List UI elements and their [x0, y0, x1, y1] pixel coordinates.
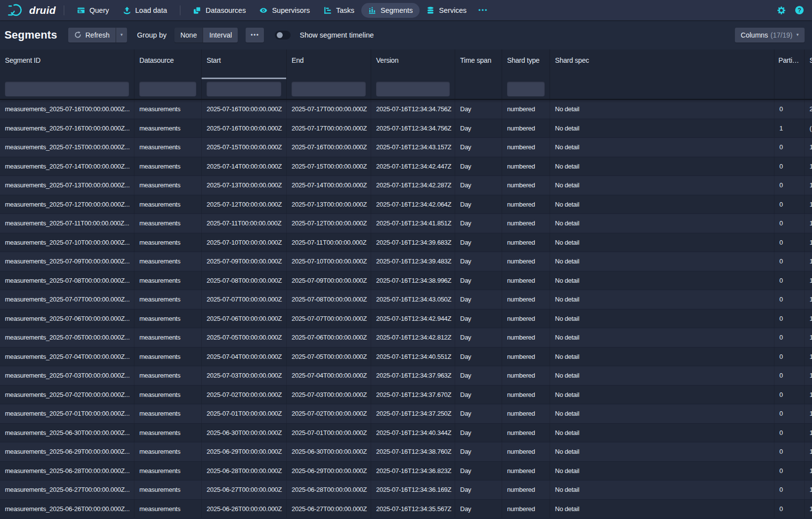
- cell-start[interactable]: 2025-07-01T00:00:00.000Z: [202, 404, 287, 423]
- nav-item-datasources[interactable]: Datasources: [186, 3, 253, 18]
- column-header-segment-id[interactable]: Segment ID: [0, 49, 134, 79]
- cell-version[interactable]: 2025-07-16T12:34:43.157Z: [371, 138, 455, 157]
- cell-shard-type[interactable]: numbered: [502, 366, 550, 385]
- cell-version[interactable]: 2025-07-16T12:34:40.344Z: [371, 424, 455, 442]
- cell-datasource[interactable]: measurements: [134, 119, 202, 138]
- cell-segment-id[interactable]: measurements_2025-07-10T00:00:00.000Z...: [0, 233, 134, 252]
- cell-end[interactable]: 2025-07-15T00:00:00.000Z: [287, 157, 371, 176]
- cell-time-span[interactable]: Day: [455, 500, 502, 519]
- cell-shard-type[interactable]: numbered: [502, 386, 550, 404]
- cell-end[interactable]: 2025-07-09T00:00:00.000Z: [287, 271, 371, 290]
- cell-time-span[interactable]: Day: [455, 386, 502, 404]
- cell-end[interactable]: 2025-07-12T00:00:00.000Z: [287, 214, 371, 233]
- column-header-partition[interactable]: Partition: [774, 49, 805, 79]
- settings-gear-icon[interactable]: [777, 6, 786, 15]
- cell-start[interactable]: 2025-07-04T00:00:00.000Z: [202, 347, 287, 366]
- cell-segment-id[interactable]: measurements_2025-07-09T00:00:00.000Z...: [0, 252, 134, 271]
- cell-version[interactable]: 2025-07-16T12:34:38.996Z: [371, 271, 455, 290]
- cell-datasource[interactable]: measurements: [134, 233, 202, 252]
- cell-time-span[interactable]: Day: [455, 176, 502, 195]
- cell-version[interactable]: 2025-07-16T12:34:42.064Z: [371, 195, 455, 214]
- column-header-end[interactable]: End: [287, 49, 371, 79]
- nav-item-query[interactable]: Query: [70, 3, 116, 18]
- cell-segment-id[interactable]: measurements_2025-07-12T00:00:00.000Z...: [0, 195, 134, 214]
- refresh-dropdown-button[interactable]: ▾: [116, 28, 128, 43]
- cell-end[interactable]: 2025-07-08T00:00:00.000Z: [287, 290, 371, 309]
- cell-time-span[interactable]: Day: [455, 157, 502, 176]
- cell-end[interactable]: 2025-07-11T00:00:00.000Z: [287, 233, 371, 252]
- help-icon[interactable]: ?: [795, 5, 804, 15]
- columns-button[interactable]: Columns (17/19) ▾: [735, 28, 805, 43]
- cell-time-span[interactable]: Day: [455, 404, 502, 423]
- cell-start[interactable]: 2025-06-27T00:00:00.000Z: [202, 480, 287, 499]
- cell-shard-type[interactable]: numbered: [502, 214, 550, 233]
- group-by-interval-button[interactable]: Interval: [203, 28, 238, 43]
- cell-version[interactable]: 2025-07-16T12:34:42.944Z: [371, 309, 455, 328]
- cell-segment-id[interactable]: measurements_2025-07-14T00:00:00.000Z...: [0, 157, 134, 176]
- cell-start[interactable]: 2025-07-16T00:00:00.000Z: [202, 100, 287, 119]
- cell-datasource[interactable]: measurements: [134, 500, 202, 519]
- cell-datasource[interactable]: measurements: [134, 271, 202, 290]
- version-filter-input[interactable]: [376, 82, 450, 96]
- cell-end[interactable]: 2025-07-07T00:00:00.000Z: [287, 309, 371, 328]
- cell-time-span[interactable]: Day: [455, 271, 502, 290]
- cell-segment-id[interactable]: measurements_2025-07-11T00:00:00.000Z...: [0, 214, 134, 233]
- cell-end[interactable]: 2025-07-10T00:00:00.000Z: [287, 252, 371, 271]
- nav-item-services[interactable]: Services: [420, 3, 473, 18]
- cell-datasource[interactable]: measurements: [134, 252, 202, 271]
- cell-start[interactable]: 2025-07-13T00:00:00.000Z: [202, 176, 287, 195]
- cell-start[interactable]: 2025-07-10T00:00:00.000Z: [202, 233, 287, 252]
- cell-time-span[interactable]: Day: [455, 442, 502, 461]
- cell-shard-type[interactable]: numbered: [502, 328, 550, 347]
- cell-end[interactable]: 2025-07-01T00:00:00.000Z: [287, 424, 371, 442]
- cell-shard-type[interactable]: numbered: [502, 347, 550, 366]
- cell-start[interactable]: 2025-06-30T00:00:00.000Z: [202, 424, 287, 442]
- cell-start[interactable]: 2025-06-28T00:00:00.000Z: [202, 462, 287, 480]
- cell-end[interactable]: 2025-07-04T00:00:00.000Z: [287, 366, 371, 385]
- cell-datasource[interactable]: measurements: [134, 176, 202, 195]
- cell-time-span[interactable]: Day: [455, 138, 502, 157]
- cell-datasource[interactable]: measurements: [134, 480, 202, 499]
- cell-datasource[interactable]: measurements: [134, 386, 202, 404]
- cell-start[interactable]: 2025-07-08T00:00:00.000Z: [202, 271, 287, 290]
- datasource-filter-input[interactable]: [139, 82, 196, 96]
- column-header-shard-type[interactable]: Shard type: [502, 49, 550, 79]
- cell-datasource[interactable]: measurements: [134, 462, 202, 480]
- cell-start[interactable]: 2025-07-06T00:00:00.000Z: [202, 309, 287, 328]
- cell-datasource[interactable]: measurements: [134, 290, 202, 309]
- cell-time-span[interactable]: Day: [455, 309, 502, 328]
- cell-start[interactable]: 2025-07-03T00:00:00.000Z: [202, 366, 287, 385]
- cell-segment-id[interactable]: measurements_2025-06-28T00:00:00.000Z...: [0, 462, 134, 480]
- cell-segment-id[interactable]: measurements_2025-06-26T00:00:00.000Z...: [0, 500, 134, 519]
- cell-start[interactable]: 2025-07-12T00:00:00.000Z: [202, 195, 287, 214]
- cell-time-span[interactable]: Day: [455, 290, 502, 309]
- cell-version[interactable]: 2025-07-16T12:34:36.823Z: [371, 462, 455, 480]
- cell-start[interactable]: 2025-06-26T00:00:00.000Z: [202, 500, 287, 519]
- cell-version[interactable]: 2025-07-16T12:34:35.567Z: [371, 500, 455, 519]
- cell-version[interactable]: 2025-07-16T12:34:38.760Z: [371, 442, 455, 461]
- nav-item-tasks[interactable]: Tasks: [317, 3, 361, 18]
- cell-end[interactable]: 2025-07-03T00:00:00.000Z: [287, 386, 371, 404]
- cell-datasource[interactable]: measurements: [134, 309, 202, 328]
- segment-id-filter-input[interactable]: [5, 82, 129, 96]
- segment-timeline-toggle[interactable]: [275, 31, 291, 40]
- cell-end[interactable]: 2025-07-17T00:00:00.000Z: [287, 119, 371, 138]
- refresh-button[interactable]: Refresh: [68, 28, 116, 43]
- cell-shard-type[interactable]: numbered: [502, 500, 550, 519]
- cell-end[interactable]: 2025-07-13T00:00:00.000Z: [287, 195, 371, 214]
- cell-end[interactable]: 2025-07-16T00:00:00.000Z: [287, 138, 371, 157]
- cell-time-span[interactable]: Day: [455, 252, 502, 271]
- cell-version[interactable]: 2025-07-16T12:34:40.551Z: [371, 347, 455, 366]
- cell-shard-type[interactable]: numbered: [502, 462, 550, 480]
- cell-end[interactable]: 2025-07-17T00:00:00.000Z: [287, 100, 371, 119]
- column-header-start[interactable]: Start: [202, 49, 287, 79]
- group-by-none-button[interactable]: None: [174, 28, 203, 43]
- column-header-datasource[interactable]: Datasource: [134, 49, 202, 79]
- cell-time-span[interactable]: Day: [455, 366, 502, 385]
- cell-shard-type[interactable]: numbered: [502, 480, 550, 499]
- cell-time-span[interactable]: Day: [455, 233, 502, 252]
- cell-segment-id[interactable]: measurements_2025-06-29T00:00:00.000Z...: [0, 442, 134, 461]
- nav-item-supervisors[interactable]: Supervisors: [253, 3, 317, 18]
- cell-shard-type[interactable]: numbered: [502, 290, 550, 309]
- cell-segment-id[interactable]: measurements_2025-07-05T00:00:00.000Z...: [0, 328, 134, 347]
